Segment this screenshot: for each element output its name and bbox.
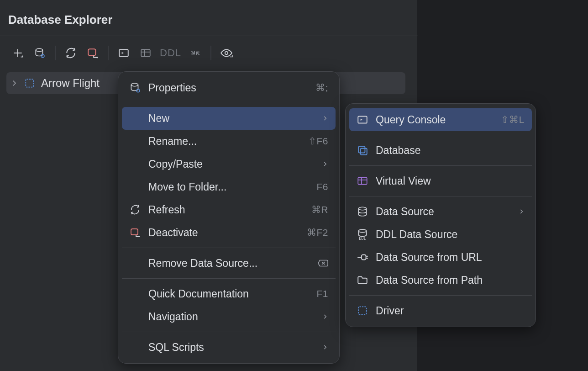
svg-point-27 [358, 229, 366, 233]
menu-item-shortcut: ⌘R [311, 204, 328, 215]
menu-item-driver[interactable]: Driver [349, 299, 532, 322]
menu-item-shortcut: ⌘F2 [307, 227, 328, 238]
menu-item-label: Query Console [376, 114, 494, 126]
ddl-database-icon: DDL [356, 228, 369, 241]
svg-marker-8 [122, 52, 124, 53]
chevron-right-icon [322, 344, 328, 350]
folder-icon [356, 273, 369, 287]
menu-item-label: SQL Scripts [148, 341, 315, 354]
menu-item-shortcut: ⇧⌘L [501, 114, 525, 125]
menu-separator [349, 165, 532, 166]
menu-item-query-console[interactable]: Query Console ⇧⌘L [349, 108, 532, 131]
menu-separator [122, 248, 336, 248]
menu-item-label: New [148, 112, 315, 125]
toolbar-separator [55, 46, 56, 60]
svg-rect-29 [362, 255, 366, 260]
menu-item-move-to-folder[interactable]: Move to Folder... F6 [122, 175, 336, 198]
menu-separator [122, 278, 336, 279]
svg-text:DDL: DDL [359, 236, 366, 240]
menu-item-virtual-view[interactable]: Virtual View [349, 170, 532, 192]
menu-item-copy-paste[interactable]: Copy/Paste [122, 153, 336, 175]
menu-item-label: DDL Data Source [376, 228, 525, 241]
menu-item-label: Data Source from URL [376, 251, 525, 264]
menu-item-remove-data-source[interactable]: Remove Data Source... [122, 252, 336, 275]
menu-item-sql-scripts[interactable]: SQL Scripts [122, 336, 336, 359]
delete-icon [317, 259, 328, 268]
menu-item-data-source-from-path[interactable]: Data Source from Path [349, 269, 532, 292]
toolbar-separator [210, 46, 211, 60]
menu-item-shortcut: F6 [316, 181, 328, 192]
collapse-button[interactable] [186, 43, 205, 63]
menu-separator [349, 295, 532, 296]
menu-item-label: Rename... [148, 135, 302, 148]
chevron-right-icon [322, 115, 328, 122]
svg-point-2 [36, 48, 42, 52]
jump-to-console-button[interactable] [114, 43, 133, 63]
menu-item-label: Refresh [148, 204, 305, 216]
menu-separator [349, 135, 532, 135]
driver-icon [24, 77, 36, 89]
svg-point-4 [42, 55, 43, 56]
panel-title: Database Explorer [0, 0, 417, 34]
svg-rect-21 [358, 146, 365, 153]
menu-item-shortcut: ⇧F6 [308, 136, 328, 147]
menu-item-ddl-data-source[interactable]: DDL DDL Data Source [349, 223, 532, 246]
chevron-right-icon [322, 313, 328, 320]
svg-rect-9 [141, 49, 150, 56]
menu-item-label: Properties [148, 82, 309, 94]
svg-rect-23 [358, 177, 367, 184]
svg-point-14 [131, 83, 138, 86]
svg-point-26 [358, 207, 366, 210]
svg-rect-16 [131, 229, 138, 235]
menu-item-refresh[interactable]: Refresh ⌘R [122, 198, 336, 221]
data-source-properties-button[interactable] [30, 43, 49, 63]
menu-item-navigation[interactable]: Navigation [122, 305, 336, 328]
toolbar: DDL [0, 40, 418, 65]
add-button[interactable] [8, 43, 27, 63]
chevron-right-icon [322, 161, 328, 167]
menu-item-data-source-from-url[interactable]: Data Source from URL [349, 246, 532, 269]
menu-item-label: Virtual View [376, 175, 525, 187]
menu-item-rename[interactable]: Rename... ⇧F6 [122, 130, 336, 153]
virtual-view-icon [356, 174, 369, 188]
database-icon [356, 205, 369, 218]
menu-item-shortcut: ⌘; [315, 82, 328, 93]
menu-separator [349, 196, 532, 196]
plug-icon [356, 250, 369, 264]
svg-point-12 [225, 51, 228, 54]
svg-rect-33 [358, 307, 366, 314]
menu-item-label: Copy/Paste [148, 158, 315, 170]
svg-point-6 [96, 57, 98, 58]
context-menu: Properties ⌘; New Rename... ⇧F6 Copy/Pas… [118, 71, 340, 364]
ddl-button[interactable]: DDL [158, 47, 183, 59]
menu-item-properties[interactable]: Properties ⌘; [122, 76, 336, 99]
menu-item-label: Deactivate [148, 227, 300, 239]
disconnect-icon [128, 226, 142, 239]
svg-rect-13 [26, 79, 33, 87]
menu-item-label: Data Source [376, 206, 512, 218]
menu-item-data-source[interactable]: Data Source [349, 200, 532, 223]
chevron-right-icon [518, 208, 525, 215]
menu-item-deactivate[interactable]: Deactivate ⌘F2 [122, 221, 336, 244]
refresh-button[interactable] [61, 43, 80, 63]
driver-icon [356, 304, 369, 318]
schema-icon [356, 143, 369, 157]
menu-item-label: Data Source from Path [376, 274, 525, 286]
menu-item-label: Move to Folder... [148, 181, 310, 193]
toolbar-separator [108, 46, 109, 60]
view-options-button[interactable] [217, 43, 236, 63]
menu-item-quick-documentation[interactable]: Quick Documentation F1 [122, 282, 336, 305]
disconnect-button[interactable] [83, 43, 102, 63]
menu-item-label: Navigation [148, 311, 315, 323]
menu-separator [122, 332, 336, 332]
svg-marker-20 [361, 119, 362, 121]
menu-item-database[interactable]: Database [349, 139, 532, 162]
menu-item-new[interactable]: New [122, 107, 336, 130]
menu-item-label: Quick Documentation [148, 288, 310, 300]
chevron-right-icon [10, 79, 18, 87]
console-icon [356, 113, 369, 127]
table-view-button[interactable] [136, 43, 155, 63]
menu-item-label: Remove Data Source... [148, 257, 311, 270]
menu-item-label: Database [376, 144, 525, 157]
menu-item-label: Driver [376, 305, 525, 317]
